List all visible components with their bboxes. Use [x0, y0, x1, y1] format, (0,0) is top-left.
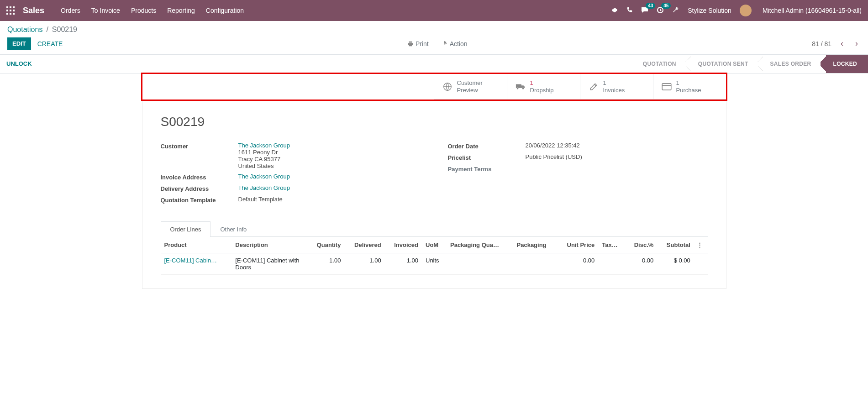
stat-dropship[interactable]: 1Dropship: [507, 74, 580, 100]
customer-link[interactable]: The Jackson Group: [238, 142, 290, 149]
apps-icon[interactable]: [6, 6, 15, 15]
card-icon: [662, 82, 672, 92]
prev-button[interactable]: ‹: [838, 39, 846, 48]
create-button[interactable]: CREATE: [37, 40, 63, 47]
main-menu: Orders To Invoice Products Reporting Con…: [61, 7, 603, 14]
th-more-icon[interactable]: ⋮: [694, 237, 708, 253]
label-payment-terms: Payment Terms: [448, 165, 526, 173]
addr-line: United States: [238, 162, 290, 169]
stat-count: 1: [676, 79, 701, 87]
invoice-address-link[interactable]: The Jackson Group: [238, 173, 290, 180]
highlight-box: CustomerPreview 1Dropship 1Invoices 1Pur…: [141, 73, 727, 101]
breadcrumb-leaf: S00219: [52, 26, 77, 34]
company-name[interactable]: Stylize Solution: [688, 7, 731, 14]
svg-rect-2: [13, 6, 15, 8]
cell-tax: [598, 253, 626, 275]
cell-inv: 1.00: [385, 253, 422, 275]
menu-to-invoice[interactable]: To Invoice: [91, 7, 120, 14]
cell-desc: [E-COM11] Cabinet with Doors: [231, 253, 307, 275]
cell-disc: 0.00: [626, 253, 657, 275]
stat-label: Invoices: [603, 87, 625, 94]
unlock-button[interactable]: UNLOCK: [0, 55, 38, 73]
stat-sub: Preview: [457, 87, 483, 94]
svg-rect-1: [10, 6, 11, 8]
th-packaging[interactable]: Packaging: [513, 237, 557, 253]
breadcrumb-sep: /: [46, 26, 48, 34]
stat-count: 1: [603, 79, 625, 87]
stage-locked[interactable]: LOCKED: [821, 55, 868, 73]
menu-configuration[interactable]: Configuration: [206, 7, 244, 14]
cell-qty: 1.00: [307, 253, 344, 275]
print-button[interactable]: Print: [407, 40, 429, 47]
th-delivered[interactable]: Delivered: [344, 237, 384, 253]
next-button[interactable]: ›: [852, 39, 861, 48]
breadcrumb-root[interactable]: Quotations: [7, 26, 42, 34]
th-quantity[interactable]: Quantity: [307, 237, 344, 253]
bug-icon[interactable]: [611, 6, 618, 15]
stat-customer-preview[interactable]: CustomerPreview: [434, 74, 507, 100]
order-date-value: 20/06/2022 12:35:42: [526, 142, 580, 149]
tab-other-info[interactable]: Other Info: [210, 221, 256, 237]
stage-sales-order[interactable]: SALES ORDER: [758, 55, 821, 73]
th-invoiced[interactable]: Invoiced: [385, 237, 422, 253]
menu-reporting[interactable]: Reporting: [167, 7, 195, 14]
stat-invoices[interactable]: 1Invoices: [580, 74, 653, 100]
cell-product[interactable]: [E-COM11] Cabin…: [164, 257, 217, 264]
action-button[interactable]: Action: [442, 40, 468, 47]
phone-icon[interactable]: [626, 7, 633, 15]
stat-count: 1: [530, 79, 554, 87]
th-description[interactable]: Description: [231, 237, 307, 253]
delivery-address-link[interactable]: The Jackson Group: [238, 184, 290, 191]
brand[interactable]: Sales: [23, 6, 44, 16]
svg-rect-5: [13, 10, 15, 11]
page-title: S00219: [161, 115, 708, 129]
th-subtotal[interactable]: Subtotal: [657, 237, 694, 253]
order-lines-table: Product Description Quantity Delivered I…: [161, 237, 708, 275]
cell-pkg: [513, 253, 557, 275]
cell-price: 0.00: [557, 253, 598, 275]
addr-line: Tracy CA 95377: [238, 156, 290, 162]
th-uom[interactable]: UoM: [422, 237, 447, 253]
svg-rect-4: [10, 10, 11, 11]
label-invoice-address: Invoice Address: [161, 173, 238, 181]
tab-order-lines[interactable]: Order Lines: [161, 221, 211, 237]
pricelist-value: Public Pricelist (USD): [526, 153, 582, 160]
svg-rect-7: [10, 13, 11, 15]
cell-del: 1.00: [344, 253, 384, 275]
chat-badge: 43: [646, 3, 655, 9]
cell-pqty: [447, 253, 513, 275]
cell-uom: Units: [422, 253, 447, 275]
stage-quotation[interactable]: QUOTATION: [630, 55, 685, 73]
svg-rect-3: [6, 10, 8, 11]
menu-products[interactable]: Products: [131, 7, 156, 14]
label-quotation-template: Quotation Template: [161, 196, 238, 204]
chat-icon[interactable]: 43: [641, 6, 648, 15]
th-tax[interactable]: Tax…: [598, 237, 626, 253]
cell-sub: $ 0.00: [657, 253, 694, 275]
th-disc[interactable]: Disc.%: [626, 237, 657, 253]
pager: 81 / 81: [812, 40, 831, 47]
truck-icon: [516, 82, 526, 92]
addr-line: 1611 Peony Dr: [238, 149, 290, 156]
stage-quotation-sent[interactable]: QUOTATION SENT: [685, 55, 758, 73]
svg-rect-0: [6, 6, 8, 8]
svg-rect-6: [6, 13, 8, 15]
wrench-icon[interactable]: [672, 6, 679, 15]
menu-orders[interactable]: Orders: [61, 7, 80, 14]
globe-icon: [442, 82, 452, 92]
edit-button[interactable]: EDIT: [7, 37, 31, 50]
th-packaging-qty[interactable]: Packaging Qua…: [447, 237, 513, 253]
label-delivery-address: Delivery Address: [161, 184, 238, 192]
user-name[interactable]: Mitchell Admin (16604961-15-0-all): [763, 7, 862, 14]
label-customer: Customer: [161, 142, 238, 150]
stat-label: Dropship: [530, 87, 554, 94]
clock-icon[interactable]: 45: [657, 6, 664, 15]
stat-purchase[interactable]: 1Purchase: [653, 74, 726, 100]
th-unit-price[interactable]: Unit Price: [557, 237, 598, 253]
clock-badge: 45: [661, 3, 671, 9]
th-product[interactable]: Product: [161, 237, 232, 253]
table-row[interactable]: [E-COM11] Cabin… [E-COM11] Cabinet with …: [161, 253, 708, 275]
stat-label: Customer: [457, 79, 483, 87]
breadcrumb: Quotations / S00219: [0, 21, 868, 34]
avatar[interactable]: [740, 5, 752, 16]
